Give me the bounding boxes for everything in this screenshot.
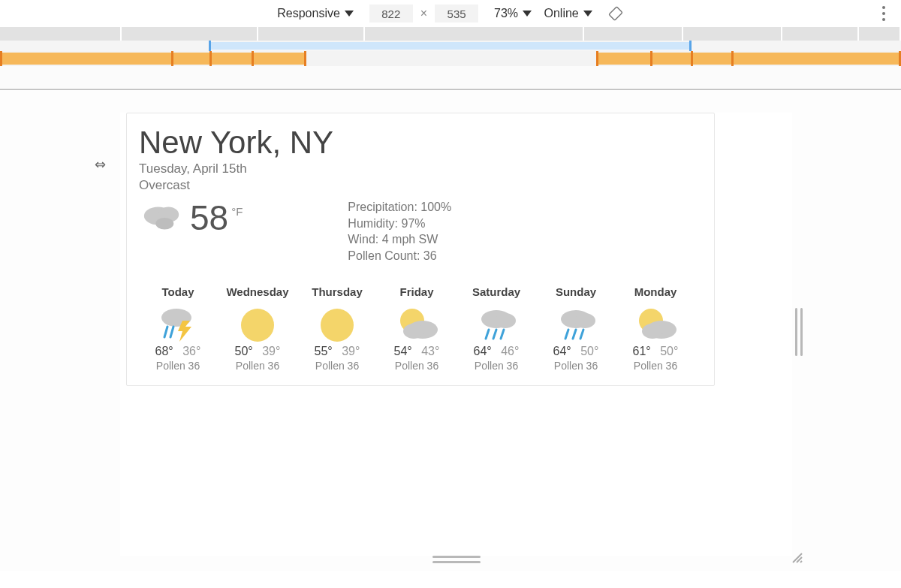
current-temp: 58 [190, 201, 228, 235]
forecast-icon [139, 303, 217, 345]
viewport-range-strip [0, 41, 901, 51]
forecast-pollen: Pollen 36 [616, 360, 695, 372]
forecast-temps: 64° 46° [457, 345, 535, 358]
forecast-pollen: Pollen 36 [457, 360, 535, 372]
svg-rect-0 [609, 7, 622, 20]
forecast-day[interactable]: Wednesday 50° 39° Pollen 36 [218, 285, 297, 372]
forecast-low: 46° [501, 345, 519, 357]
forecast-pollen: Pollen 36 [537, 360, 615, 372]
forecast-temps: 61° 50° [616, 345, 695, 358]
viewport-height-input[interactable] [435, 5, 478, 23]
viewport-range-start-handle[interactable] [209, 41, 211, 51]
forecast-day-name: Monday [616, 285, 695, 298]
kebab-dot-icon [882, 6, 885, 9]
viewport-width-input[interactable] [369, 5, 413, 23]
forecast-day[interactable]: Saturday 64° 46° Pollen 36 [457, 285, 535, 372]
pollen-label: Pollen Count: [348, 249, 420, 262]
forecast-icon [378, 303, 456, 345]
resize-handle-bottom[interactable] [432, 556, 481, 563]
network-select-label: Online [544, 7, 578, 20]
location-title: New York, NY [139, 125, 702, 160]
forecast-high: 64° [553, 345, 571, 357]
forecast-icon [537, 303, 615, 345]
resize-handle-right[interactable] [795, 308, 803, 356]
forecast-day[interactable]: Today 68° 36° Pollen 36 [139, 285, 217, 372]
forecast-day-name: Saturday [457, 285, 535, 298]
viewport-range-end-handle[interactable] [689, 41, 692, 51]
forecast-low: 50° [660, 345, 678, 357]
more-options-button[interactable] [875, 5, 892, 22]
forecast-day[interactable]: Thursday 55° 39° Pollen 36 [298, 285, 376, 372]
wind-label: Wind: [348, 233, 378, 246]
forecast-day[interactable]: Sunday 64° 50° Pollen 36 [537, 285, 615, 372]
chevron-down-icon [523, 11, 532, 17]
forecast-day-name: Today [139, 285, 217, 298]
forecast-low: 36° [182, 345, 200, 357]
precip-label: Precipitation: [348, 201, 417, 213]
forecast-low: 39° [262, 345, 280, 357]
forecast-temps: 50° 39° [218, 345, 297, 358]
dimension-separator: × [420, 7, 427, 20]
resize-handle-left[interactable]: ⇔ [95, 156, 106, 173]
date-label: Tuesday, April 15th [139, 161, 702, 176]
forecast-high: 68° [155, 345, 173, 357]
forecast-day-name: Sunday [537, 285, 615, 298]
zoom-select-label: 73% [494, 7, 518, 20]
svg-point-6 [155, 218, 173, 229]
forecast-low: 50° [580, 345, 598, 357]
forecast-day[interactable]: Monday 61° 50° Pollen 36 [616, 285, 695, 372]
chevron-down-icon [583, 11, 592, 17]
forecast-row: Today 68° 36° Pollen 36 Wednesday 50° 39… [139, 285, 702, 372]
condition-label: Overcast [139, 178, 702, 193]
device-stage: ⇔ New York, NY Tuesday, April 15th Overc… [0, 89, 901, 571]
forecast-day-name: Friday [378, 285, 456, 298]
kebab-dot-icon [882, 12, 885, 15]
device-select[interactable]: Responsive [277, 7, 354, 20]
forecast-pollen: Pollen 36 [298, 360, 376, 372]
temp-unit: °F [231, 205, 243, 218]
network-select[interactable]: Online [544, 7, 592, 20]
media-query-bar[interactable] [0, 51, 901, 66]
current-conditions: 58 °F Precipitation: 100% Humidity: 97% … [139, 199, 702, 264]
viewport-range-highlight [209, 42, 689, 50]
device-select-label: Responsive [277, 7, 340, 20]
forecast-high: 64° [474, 345, 492, 357]
forecast-icon [298, 303, 376, 345]
forecast-high: 54° [394, 345, 412, 357]
forecast-icon [218, 303, 297, 345]
forecast-high: 61° [633, 345, 651, 357]
resize-handle-corner[interactable] [791, 551, 803, 563]
forecast-pollen: Pollen 36 [139, 360, 217, 372]
device-frame: ⇔ New York, NY Tuesday, April 15th Overc… [120, 113, 792, 556]
overcast-icon [139, 199, 184, 237]
weather-details: Precipitation: 100% Humidity: 97% Wind: … [348, 199, 451, 264]
forecast-temps: 64° 50° [537, 345, 615, 358]
forecast-day-name: Thursday [298, 285, 376, 298]
humidity-label: Humidity: [348, 217, 398, 230]
forecast-pollen: Pollen 36 [218, 360, 297, 372]
forecast-day-name: Wednesday [218, 285, 297, 298]
forecast-day[interactable]: Friday 54° 43° Pollen 36 [378, 285, 456, 372]
humidity-value: 97% [401, 217, 425, 230]
forecast-icon [457, 303, 535, 345]
forecast-low: 43° [421, 345, 439, 357]
rotate-icon [607, 5, 624, 22]
wind-value: 4 mph SW [382, 233, 438, 246]
rotate-device-button[interactable] [607, 5, 624, 22]
weather-card: New York, NY Tuesday, April 15th Overcas… [126, 113, 715, 386]
zoom-select[interactable]: 73% [494, 7, 532, 20]
forecast-temps: 68° 36° [139, 345, 217, 358]
forecast-high: 50° [235, 345, 253, 357]
ruler-gap [0, 66, 901, 89]
forecast-icon [616, 303, 695, 345]
forecast-temps: 55° 39° [298, 345, 376, 358]
forecast-pollen: Pollen 36 [378, 360, 456, 372]
pollen-value: 36 [423, 249, 437, 262]
devtools-device-toolbar: Responsive × 73% Online [0, 0, 901, 27]
forecast-high: 55° [315, 345, 333, 357]
forecast-temps: 54° 43° [378, 345, 456, 358]
device-width-ruler[interactable] [0, 27, 901, 41]
svg-line-3 [800, 561, 802, 562]
precip-value: 100% [420, 201, 451, 213]
kebab-dot-icon [882, 18, 885, 21]
